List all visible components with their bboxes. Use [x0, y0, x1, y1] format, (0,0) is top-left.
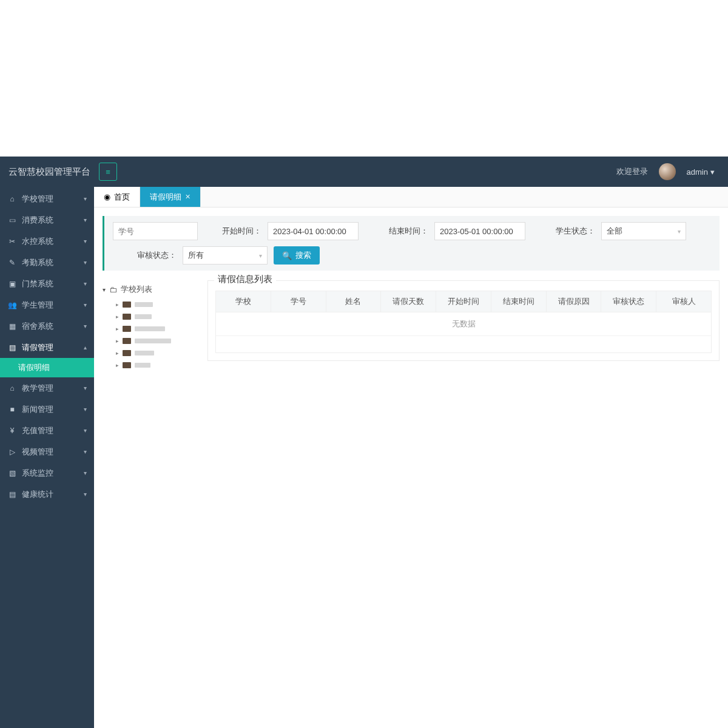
- welcome-text: 欢迎登录: [616, 166, 648, 177]
- caret-icon: ▾: [84, 238, 87, 244]
- chevron-down-icon: ▾: [710, 167, 715, 177]
- caret-icon: ▾: [84, 448, 87, 455]
- tree-node[interactable]: ▸: [116, 347, 197, 359]
- start-time-input[interactable]: [268, 222, 359, 240]
- close-icon[interactable]: ✕: [185, 193, 190, 201]
- sidebar-item-label: 宿舍系统: [22, 321, 53, 332]
- audit-status-select[interactable]: 所有 ▾: [183, 246, 268, 265]
- table-header: 学校学号姓名请假天数开始时间结束时间请假原因审核状态审核人: [215, 291, 712, 312]
- tree-node-label: [135, 326, 165, 331]
- nav-icon: ⌂: [7, 195, 17, 203]
- school-tree: ▾ 🗀 学校列表 ▸▸▸▸▸▸: [103, 280, 197, 371]
- nav-icon: ▤: [7, 343, 17, 352]
- caret-down-icon: ▾: [103, 286, 106, 293]
- student-status-select[interactable]: 全部 ▾: [601, 222, 686, 240]
- caret-icon: ▾: [84, 302, 87, 308]
- sidebar-item-1[interactable]: ▭消费系统▾: [0, 209, 94, 231]
- sidebar-item-label: 学校管理: [22, 194, 53, 204]
- table-column-header: 学校: [216, 291, 271, 312]
- no-data-text: 无数据: [216, 312, 711, 335]
- tree-node-label: [135, 314, 152, 319]
- chevron-down-icon: ▾: [259, 252, 262, 259]
- menu-toggle-button[interactable]: ≡: [99, 163, 117, 181]
- sidebar-item-10[interactable]: ¥充值管理▾: [0, 420, 94, 441]
- sidebar-item-6[interactable]: ▦宿舍系统▾: [0, 315, 94, 337]
- sidebar-item-7[interactable]: ▤请假管理▴: [0, 337, 94, 358]
- caret-icon: ▾: [84, 470, 87, 476]
- sidebar-item-label: 门禁系统: [22, 278, 53, 289]
- sidebar-item-label: 充值管理: [22, 425, 53, 436]
- search-button[interactable]: 🔍 搜索: [274, 246, 320, 265]
- leave-list-panel: 请假信息列表 学校学号姓名请假天数开始时间结束时间请假原因审核状态审核人 无数据: [207, 280, 720, 361]
- table-column-header: 结束时间: [491, 291, 547, 312]
- nav-icon: ▧: [7, 469, 17, 477]
- sidebar-item-0[interactable]: ⌂学校管理▾: [0, 188, 94, 209]
- sidebar-item-label: 系统监控: [22, 468, 53, 479]
- tab-label: 请假明细: [150, 192, 181, 203]
- folder-icon: [123, 302, 131, 308]
- table-column-header: 审核状态: [601, 291, 656, 312]
- student-id-input[interactable]: [113, 222, 198, 240]
- sidebar-item-13[interactable]: ▤健康统计▾: [0, 484, 94, 505]
- sidebar-item-9[interactable]: ■新闻管理▾: [0, 399, 94, 420]
- sidebar-item-label: 新闻管理: [22, 404, 53, 415]
- table-column-header: 姓名: [326, 291, 382, 312]
- sidebar-item-11[interactable]: ▷视频管理▾: [0, 441, 94, 462]
- nav-icon: ▭: [7, 216, 17, 224]
- sidebar-sub-active[interactable]: 请假明细: [0, 358, 94, 377]
- sidebar-item-label: 请假管理: [22, 342, 53, 353]
- caret-icon: ▾: [84, 406, 87, 413]
- sidebar-item-2[interactable]: ✂水控系统▾: [0, 231, 94, 252]
- sidebar-item-8[interactable]: ⌂教学管理▾: [0, 377, 94, 399]
- table-column-header: 开始时间: [436, 291, 491, 312]
- folder-icon: [123, 314, 131, 320]
- sidebar-item-label: 水控系统: [22, 236, 53, 247]
- user-name: admin: [687, 167, 708, 177]
- caret-icon: ▾: [84, 280, 87, 287]
- nav-icon: ⌂: [7, 384, 17, 393]
- list-title: 请假信息列表: [214, 274, 276, 285]
- tree-node[interactable]: ▸: [116, 323, 197, 335]
- caret-right-icon: ▸: [116, 302, 119, 308]
- nav-icon: ✂: [7, 237, 17, 246]
- tab-icon: ◉: [104, 192, 110, 201]
- caret-icon: ▴: [84, 344, 87, 351]
- folder-icon: [123, 338, 131, 344]
- user-dropdown[interactable]: admin ▾: [687, 167, 715, 177]
- hamburger-icon: ≡: [106, 167, 110, 177]
- table-column-header: 请假原因: [547, 291, 602, 312]
- end-time-input[interactable]: [434, 222, 525, 240]
- folder-icon: [123, 362, 131, 368]
- chevron-down-icon: ▾: [678, 228, 681, 235]
- nav-icon: ▣: [7, 280, 17, 288]
- nav-icon: ✎: [7, 258, 17, 267]
- folder-icon: [123, 350, 131, 356]
- tab-0[interactable]: ◉首页: [94, 187, 140, 207]
- sidebar-item-5[interactable]: 👥学生管理▾: [0, 294, 94, 315]
- caret-icon: ▾: [84, 385, 87, 391]
- sidebar-item-3[interactable]: ✎考勤系统▾: [0, 252, 94, 273]
- nav-icon: ▦: [7, 322, 17, 331]
- caret-right-icon: ▸: [116, 314, 119, 320]
- tree-node[interactable]: ▸: [116, 335, 197, 347]
- sidebar-item-4[interactable]: ▣门禁系统▾: [0, 273, 94, 294]
- folder-icon: 🗀: [109, 285, 117, 294]
- caret-icon: ▾: [84, 217, 87, 223]
- table-column-header: 审核人: [656, 291, 711, 312]
- tree-node[interactable]: ▸: [116, 298, 197, 311]
- caret-icon: ▾: [84, 323, 87, 329]
- tab-1[interactable]: 请假明细✕: [140, 187, 201, 207]
- sidebar-item-12[interactable]: ▧系统监控▾: [0, 462, 94, 484]
- tree-root[interactable]: ▾ 🗀 学校列表: [103, 284, 197, 295]
- sidebar-item-label: 考勤系统: [22, 257, 53, 268]
- avatar[interactable]: [659, 163, 676, 180]
- main-content: ◉首页请假明细✕ 开始时间： 结束时间： 学生状态： 全部: [94, 187, 728, 728]
- caret-right-icon: ▸: [116, 326, 119, 332]
- search-icon: 🔍: [282, 251, 292, 260]
- tab-bar: ◉首页请假明细✕: [94, 187, 728, 207]
- nav-icon: ■: [7, 405, 17, 414]
- start-time-label: 开始时间：: [222, 226, 261, 237]
- nav-icon: ▤: [7, 490, 17, 499]
- tree-node[interactable]: ▸: [116, 359, 197, 371]
- tree-node[interactable]: ▸: [116, 311, 197, 323]
